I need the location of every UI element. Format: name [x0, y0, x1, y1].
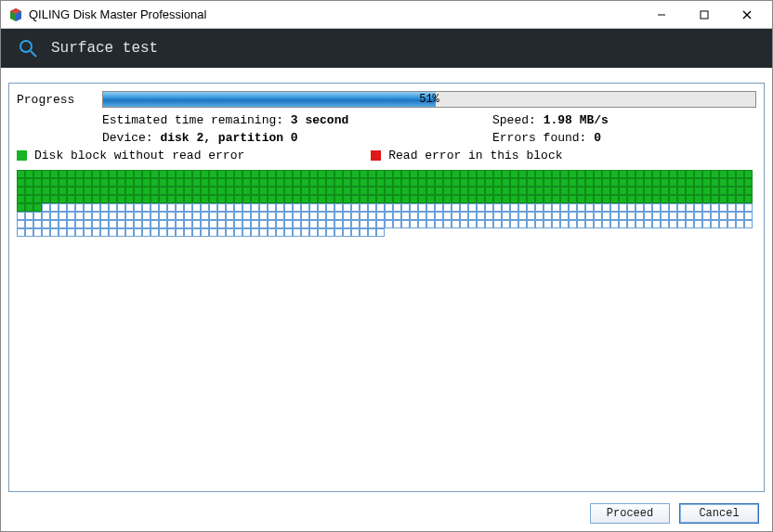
disk-block: [351, 228, 360, 237]
disk-block: [686, 220, 694, 228]
disk-block: [209, 212, 217, 220]
disk-block: [577, 178, 585, 187]
disk-block: [134, 195, 142, 203]
proceed-button[interactable]: Proceed: [590, 503, 670, 524]
disk-block: [410, 178, 418, 187]
minimize-button[interactable]: [640, 2, 683, 28]
disk-block: [644, 195, 652, 203]
disk-block: [502, 170, 510, 178]
disk-block: [134, 187, 142, 195]
disk-block: [234, 203, 242, 212]
disk-block: [42, 195, 50, 203]
disk-block: [502, 220, 510, 228]
disk-block: [176, 195, 184, 203]
disk-block: [569, 170, 577, 178]
disk-block: [552, 195, 560, 203]
disk-block: [334, 220, 343, 228]
disk-block: [502, 203, 510, 212]
disk-block: [159, 187, 167, 195]
disk-block: [309, 228, 318, 237]
disk-block: [585, 170, 594, 178]
disk-block: [619, 170, 627, 178]
disk-block: [360, 195, 368, 203]
disk-block: [301, 187, 309, 195]
close-button[interactable]: [726, 2, 768, 28]
maximize-button[interactable]: [683, 2, 726, 28]
disk-block: [661, 195, 669, 203]
disk-block: [401, 178, 410, 187]
disk-block: [134, 170, 142, 178]
disk-block: [518, 212, 527, 220]
disk-block: [201, 228, 209, 237]
errors-value: 0: [594, 131, 601, 145]
disk-block: [259, 178, 268, 187]
disk-block: [702, 195, 711, 203]
disk-block: [301, 203, 309, 212]
disk-block: [518, 220, 527, 228]
disk-block: [426, 178, 435, 187]
disk-block: [84, 195, 92, 203]
disk-block: [510, 212, 518, 220]
disk-block: [33, 178, 42, 187]
disk-block: [351, 195, 360, 203]
disk-block: [42, 228, 50, 237]
disk-block: [318, 178, 326, 187]
disk-block: [309, 220, 318, 228]
disk-block: [242, 220, 251, 228]
disk-block: [719, 220, 727, 228]
disk-block: [100, 212, 109, 220]
disk-block: [67, 195, 75, 203]
disk-block: [627, 178, 635, 187]
disk-block: [502, 187, 510, 195]
disk-block: [727, 195, 736, 203]
disk-block: [410, 212, 418, 220]
disk-block: [652, 195, 661, 203]
disk-block: [142, 228, 151, 237]
disk-block: [368, 170, 376, 178]
disk-block: [460, 212, 468, 220]
disk-block: [201, 170, 209, 178]
disk-block: [452, 178, 460, 187]
disk-block: [485, 187, 493, 195]
disk-block: [652, 187, 661, 195]
disk-block: [527, 170, 535, 178]
disk-block: [17, 220, 25, 228]
disk-block: [142, 203, 151, 212]
eta-label: Estimated time remaining:: [102, 113, 283, 127]
disk-block: [744, 178, 753, 187]
disk-block: [410, 220, 418, 228]
disk-block: [452, 220, 460, 228]
disk-block: [109, 195, 117, 203]
disk-block: [652, 178, 661, 187]
disk-block: [242, 195, 251, 203]
disk-block: [59, 220, 67, 228]
legend-err-label: Read error in this block: [388, 149, 562, 162]
disk-block: [159, 170, 167, 178]
disk-block: [167, 212, 176, 220]
cancel-button[interactable]: Cancel: [679, 503, 759, 524]
app-icon: [8, 7, 23, 22]
footer: Proceed Cancel: [1, 496, 772, 531]
disk-block: [644, 212, 652, 220]
disk-block: [134, 220, 142, 228]
disk-block: [151, 228, 159, 237]
legend-ok-swatch: [17, 150, 27, 161]
disk-block: [418, 220, 426, 228]
disk-block: [569, 212, 577, 220]
disk-block: [343, 187, 351, 195]
disk-block: [652, 170, 661, 178]
disk-block: [125, 203, 134, 212]
disk-block: [477, 195, 485, 203]
disk-block: [527, 178, 535, 187]
disk-block: [544, 195, 552, 203]
disk-block: [100, 203, 109, 212]
disk-block: [201, 187, 209, 195]
disk-block: [33, 212, 42, 220]
disk-block: [385, 220, 393, 228]
disk-block: [84, 187, 92, 195]
disk-block: [368, 187, 376, 195]
disk-block: [125, 170, 134, 178]
disk-block: [209, 228, 217, 237]
errors-label: Errors found:: [492, 131, 586, 145]
disk-block: [192, 187, 201, 195]
